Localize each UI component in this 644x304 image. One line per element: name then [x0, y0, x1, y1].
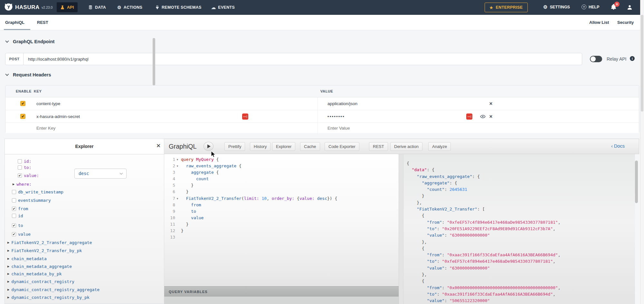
checked-checkbox[interactable]: ✔	[12, 207, 16, 211]
code-exporter-button[interactable]: Code Exporter	[325, 142, 359, 151]
tab-rest[interactable]: REST	[37, 15, 48, 30]
response-scrollbar[interactable]	[635, 161, 638, 203]
docs-link[interactable]: ‹ Docs	[611, 143, 625, 149]
unchecked-checkbox[interactable]	[18, 159, 22, 163]
new-header-key-input[interactable]	[36, 123, 249, 133]
explorer-row-FiatTokenV2_2_Transfer_by_pk[interactable]: ▶FiatTokenV2_2_Transfer_by_pk	[5, 247, 159, 254]
unchecked-checkbox[interactable]	[12, 214, 16, 218]
checked-checkbox[interactable]: ✔	[18, 173, 22, 178]
response-line: "FiatTokenV2_2_Transfer": [	[407, 206, 635, 212]
explorer-row-where[interactable]: ▶where:	[5, 181, 159, 187]
notifications-button[interactable]: 8	[611, 4, 619, 12]
query-variables-bar[interactable]: QUERY VARIABLES	[164, 286, 399, 297]
security-link[interactable]: Security	[617, 15, 634, 30]
explorer-row-chain_metadata_by_pk[interactable]: ▶chain_metadata_by_pk	[5, 270, 159, 277]
page-scrollbar-thumb[interactable]	[641, 15, 643, 112]
explorer-row-dynamic_contract_registry_by_pk[interactable]: ▶dynamic_contract_registry_by_pk	[5, 294, 159, 300]
password-manager-icon[interactable]	[242, 113, 248, 120]
active-tab-underline	[4, 29, 30, 30]
explorer-label: dynamic_contract_registry	[11, 279, 74, 284]
explorer-row-FiatTokenV2_2_Transfer_aggregate[interactable]: ▶FiatTokenV2_2_Transfer_aggregate	[5, 239, 159, 246]
endpoint-section-toggle[interactable]: GraphQL Endpoint	[6, 39, 54, 44]
request-headers-table: ENABLE KEY VALUE ✔✕✔✕	[5, 85, 639, 133]
explorer-button[interactable]: Explorer	[272, 142, 295, 151]
explorer-row-id[interactable]: id	[5, 212, 159, 219]
explorer-row-id[interactable]: id:	[5, 158, 159, 164]
unchecked-checkbox[interactable]	[18, 165, 22, 170]
enterprise-button[interactable]: ★ ENTERPRISE	[485, 3, 528, 12]
explorer-row-db_write_timestamp[interactable]: db_write_timestamp	[5, 189, 159, 195]
rest-button[interactable]: REST	[369, 142, 388, 151]
nav-item-label: ACTIONS	[124, 5, 142, 10]
info-icon[interactable]: i	[630, 56, 635, 61]
new-header-value-input[interactable]	[327, 123, 466, 133]
explorer-row-value[interactable]: ✔value	[5, 231, 159, 237]
checked-checkbox[interactable]: ✔	[12, 232, 16, 236]
help-button[interactable]: ? HELP	[582, 5, 599, 9]
nav-item-label: EVENTS	[218, 5, 235, 10]
fold-arrow-icon[interactable]: ▾	[175, 195, 180, 202]
explorer-label: FiatTokenV2_2_Transfer_by_pk	[11, 248, 82, 253]
unchecked-checkbox[interactable]	[12, 198, 16, 202]
analyze-button[interactable]: Analyze	[428, 142, 451, 151]
expand-arrow-icon[interactable]: ▶	[7, 296, 9, 299]
header-key-input[interactable]	[36, 97, 249, 110]
history-button[interactable]: History	[250, 142, 270, 151]
pane-divider[interactable]	[399, 154, 403, 304]
mouse-cursor	[211, 151, 216, 158]
explorer-row-eventsSummary[interactable]: eventsSummary	[5, 197, 159, 203]
explorer-row-to[interactable]: ✔to	[5, 222, 159, 229]
explorer-row-dynamic_contract_registry[interactable]: ▶dynamic_contract_registry	[5, 278, 159, 285]
expand-arrow-icon[interactable]: ▶	[13, 183, 14, 186]
explorer-row-dynamic_contract_registry_aggregate[interactable]: ▶dynamic_contract_registry_aggregate	[5, 286, 159, 293]
reveal-value-icon[interactable]	[480, 115, 486, 118]
nav-item-actions[interactable]: ⚙ACTIONS	[114, 2, 146, 12]
enable-checkbox[interactable]: ✔	[20, 114, 25, 119]
explorer-scrollbar[interactable]	[153, 38, 155, 85]
explorer-row-chain_metadata_aggregate[interactable]: ▶chain_metadata_aggregate	[5, 263, 159, 270]
expand-arrow-icon[interactable]: ▶	[7, 257, 9, 260]
editor-line: 5 }	[164, 182, 399, 189]
response-line: "from": "0xaac391f166f33CdaEfaa4AfA6616A…	[407, 252, 635, 258]
headers-section-toggle[interactable]: Request Headers	[6, 72, 51, 77]
header-value-input[interactable]	[327, 110, 466, 123]
query-variables-editor[interactable]	[164, 297, 399, 304]
user-menu-button[interactable]	[627, 5, 632, 11]
expand-arrow-icon[interactable]: ▶	[7, 280, 9, 283]
nav-item-data[interactable]: DATA	[85, 2, 109, 12]
expand-arrow-icon[interactable]: ▶	[7, 265, 9, 268]
checked-checkbox[interactable]: ✔	[12, 223, 16, 228]
remove-header-icon[interactable]: ✕	[489, 102, 493, 106]
nav-item-api[interactable]: API	[57, 2, 78, 12]
nav-item-remote-schemas[interactable]: REMOTE SCHEMAS	[152, 2, 205, 12]
explorer-row-value[interactable]: ✔value:desc	[5, 172, 159, 179]
response-line: },	[407, 200, 635, 206]
allow-list-link[interactable]: Allow List	[589, 15, 609, 30]
fold-arrow-icon[interactable]: ▾	[175, 156, 180, 163]
unchecked-checkbox[interactable]	[12, 190, 16, 194]
fold-arrow-icon[interactable]: ▾	[175, 163, 180, 169]
relay-api-toggle[interactable]	[590, 56, 602, 62]
header-value-input[interactable]	[327, 97, 466, 110]
password-manager-icon[interactable]	[466, 113, 472, 120]
remove-header-icon[interactable]: ✕	[489, 114, 493, 119]
nav-item-events[interactable]: ☁EVENTS	[208, 2, 238, 12]
expand-arrow-icon[interactable]: ▶	[7, 272, 9, 275]
explorer-row-from[interactable]: ✔from	[5, 205, 159, 212]
execute-query-button[interactable]	[204, 142, 213, 151]
settings-button[interactable]: ⚙ SETTINGS	[543, 5, 570, 9]
prettify-button[interactable]: Prettify	[224, 142, 245, 151]
expand-arrow-icon[interactable]: ▶	[7, 249, 9, 252]
close-icon[interactable]: ✕	[156, 143, 161, 149]
header-key-input[interactable]	[36, 110, 249, 123]
enable-checkbox[interactable]: ✔	[20, 101, 25, 106]
expand-arrow-icon[interactable]: ▶	[7, 288, 9, 291]
tab-graphiql[interactable]: GraphiQL	[5, 15, 24, 30]
sort-direction-select[interactable]: desc	[74, 169, 127, 179]
cache-button[interactable]: Cache	[300, 142, 320, 151]
expand-arrow-icon[interactable]: ▶	[7, 241, 9, 244]
explorer-row-chain_metadata[interactable]: ▶chain_metadata	[5, 255, 159, 262]
hasura-logo-icon[interactable]	[4, 3, 13, 12]
derive-action-button[interactable]: Derive action	[390, 142, 422, 151]
endpoint-url-input[interactable]	[23, 53, 582, 65]
